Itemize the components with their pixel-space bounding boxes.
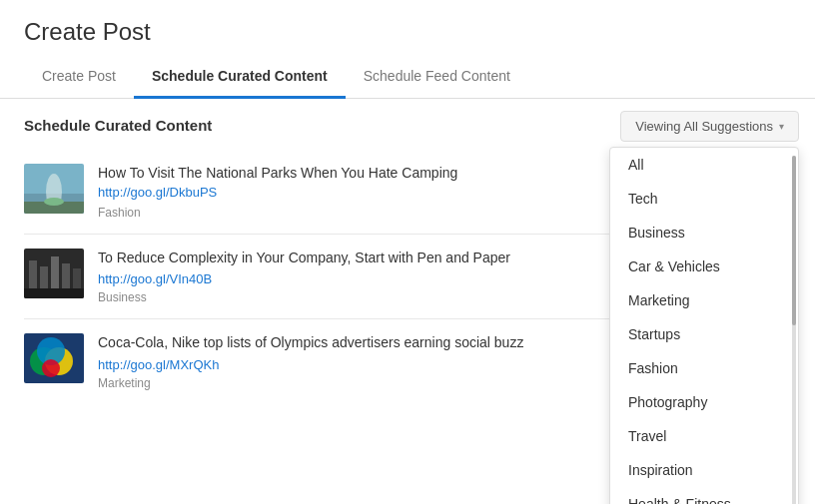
svg-rect-11 bbox=[24, 288, 84, 298]
page-title: Create Post bbox=[0, 0, 815, 56]
dropdown-item-all[interactable]: All bbox=[610, 148, 798, 182]
dropdown-item-fashion[interactable]: Fashion bbox=[610, 351, 798, 385]
tab-schedule-feed[interactable]: Schedule Feed Content bbox=[346, 56, 528, 99]
viewing-suggestions-dropdown[interactable]: Viewing All Suggestions ▾ bbox=[620, 111, 799, 142]
dropdown-item-marketing[interactable]: Marketing bbox=[610, 283, 798, 317]
dropdown-item-health-fitness[interactable]: Health & Fitness bbox=[610, 487, 798, 504]
scrollbar-thumb[interactable] bbox=[792, 156, 796, 325]
item-thumbnail bbox=[24, 249, 84, 298]
svg-point-16 bbox=[42, 359, 60, 377]
item-thumbnail bbox=[24, 333, 84, 383]
svg-point-4 bbox=[44, 198, 64, 206]
svg-rect-6 bbox=[29, 260, 37, 288]
tab-bar: Create Post Schedule Curated Content Sch… bbox=[0, 56, 815, 99]
dropdown-item-business[interactable]: Business bbox=[610, 216, 798, 250]
chevron-down-icon: ▾ bbox=[779, 121, 784, 132]
tab-schedule-curated[interactable]: Schedule Curated Content bbox=[134, 56, 346, 99]
dropdown-item-inspiration[interactable]: Inspiration bbox=[610, 453, 798, 487]
svg-rect-9 bbox=[62, 263, 70, 288]
svg-rect-8 bbox=[51, 256, 59, 288]
dropdown-container: Viewing All Suggestions ▾ All Tech Busin… bbox=[620, 99, 815, 142]
dropdown-item-tech[interactable]: Tech bbox=[610, 182, 798, 216]
dropdown-label: Viewing All Suggestions bbox=[635, 119, 773, 134]
scrollbar-track bbox=[792, 156, 796, 504]
dropdown-item-car-vehicles[interactable]: Car & Vehicles bbox=[610, 250, 798, 283]
dropdown-menu: All Tech Business Car & Vehicles Marketi… bbox=[609, 147, 799, 504]
dropdown-item-startups[interactable]: Startups bbox=[610, 317, 798, 351]
item-thumbnail bbox=[24, 164, 84, 214]
svg-rect-10 bbox=[73, 268, 81, 288]
tab-create-post[interactable]: Create Post bbox=[24, 56, 134, 99]
dropdown-item-travel[interactable]: Travel bbox=[610, 419, 798, 453]
dropdown-item-photography[interactable]: Photography bbox=[610, 385, 798, 419]
content-area: Schedule Curated Content How bbox=[0, 99, 815, 422]
svg-rect-7 bbox=[40, 266, 48, 288]
